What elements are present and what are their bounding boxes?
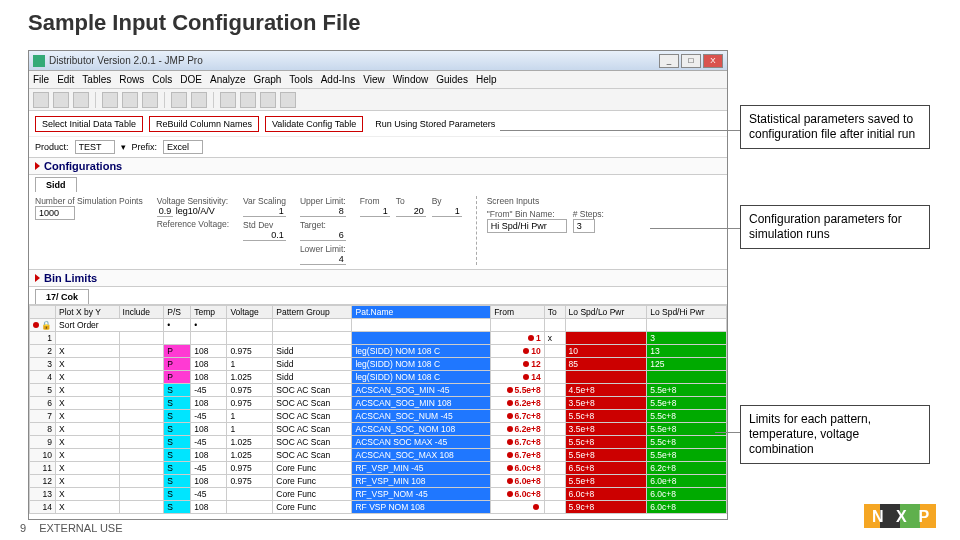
cell-pattern-name[interactable]: ACSCAN_SOC_MAX 108: [352, 449, 491, 462]
rebuild-columns-button[interactable]: ReBuild Column Names: [149, 116, 259, 132]
table-header[interactable]: Temp: [191, 306, 227, 319]
cell-temp[interactable]: 108: [191, 358, 227, 371]
menu-window[interactable]: Window: [393, 74, 429, 85]
cell-lo-spd-lo-pwr[interactable]: 3.5e+8: [565, 423, 647, 436]
lower-limit-value[interactable]: 4: [300, 254, 346, 265]
cell-temp[interactable]: 108: [191, 345, 227, 358]
cell-voltage[interactable]: 0.975: [227, 397, 273, 410]
cell-voltage[interactable]: 1.025: [227, 436, 273, 449]
cell-lo-spd-hi-pwr[interactable]: 5.5c+8: [647, 410, 727, 423]
cell-voltage[interactable]: [227, 488, 273, 501]
cell-plotxy[interactable]: X: [56, 345, 120, 358]
table-row[interactable]: 7 X S -45 1 SOC AC Scan ACSCAN_SOC_NUM -…: [30, 410, 727, 423]
cell-plotxy[interactable]: X: [56, 384, 120, 397]
cell-voltage[interactable]: 0.975: [227, 462, 273, 475]
menu-tools[interactable]: Tools: [289, 74, 312, 85]
by-value[interactable]: 1: [432, 206, 462, 217]
table-header[interactable]: Lo Spd/Hi Pwr: [647, 306, 727, 319]
toolbar-icon[interactable]: [102, 92, 118, 108]
cell-plotxy[interactable]: X: [56, 449, 120, 462]
cell-voltage[interactable]: 1: [227, 423, 273, 436]
toolbar-icon[interactable]: [240, 92, 256, 108]
toolbar-icon[interactable]: [122, 92, 138, 108]
cell-pattern-group[interactable]: Core Func: [273, 488, 352, 501]
toolbar-icon[interactable]: [33, 92, 49, 108]
cell-from[interactable]: 6.7c+8: [491, 410, 545, 423]
cell-pattern-group[interactable]: Core Func: [273, 501, 352, 514]
menu-edit[interactable]: Edit: [57, 74, 74, 85]
cell-temp[interactable]: [191, 332, 227, 345]
cell-lo-spd-lo-pwr[interactable]: 85: [565, 358, 647, 371]
configurations-header[interactable]: Configurations: [29, 157, 727, 175]
cell-lo-spd-hi-pwr[interactable]: 5.5c+8: [647, 436, 727, 449]
cell-lo-spd-lo-pwr[interactable]: 6.0c+8: [565, 488, 647, 501]
table-header[interactable]: Pattern Group: [273, 306, 352, 319]
cell-to[interactable]: [544, 410, 565, 423]
cell-pattern-group[interactable]: [273, 332, 352, 345]
validate-config-button[interactable]: Validate Config Table: [265, 116, 363, 132]
table-row[interactable]: 8 X S 108 1 SOC AC Scan ACSCAN_SOC_NOM 1…: [30, 423, 727, 436]
cell-ps[interactable]: S: [164, 488, 191, 501]
cell-include[interactable]: [119, 462, 164, 475]
cell-ps[interactable]: P: [164, 345, 191, 358]
cell-lo-spd-lo-pwr[interactable]: [565, 332, 647, 345]
cell-ps[interactable]: S: [164, 384, 191, 397]
sort-cell[interactable]: •: [164, 319, 191, 332]
cell-voltage[interactable]: 1: [227, 410, 273, 423]
cell-pattern-group[interactable]: Sidd: [273, 371, 352, 384]
cell-from[interactable]: 6.2e+8: [491, 397, 545, 410]
menu-analyze[interactable]: Analyze: [210, 74, 246, 85]
to-value[interactable]: 20: [396, 206, 426, 217]
cell-ps[interactable]: S: [164, 449, 191, 462]
cell-to[interactable]: [544, 436, 565, 449]
var-scaling-value[interactable]: 1: [243, 206, 286, 217]
cell-lo-spd-hi-pwr[interactable]: 6.2c+8: [647, 462, 727, 475]
collapse-icon[interactable]: [35, 162, 40, 170]
cell-ps[interactable]: S: [164, 462, 191, 475]
cell-pattern-name[interactable]: ACSCAN_SOG_MIN 108: [352, 397, 491, 410]
cell-temp[interactable]: 108: [191, 501, 227, 514]
cell-from[interactable]: 6.2e+8: [491, 423, 545, 436]
table-row[interactable]: 10 X S 108 1.025 SOC AC Scan ACSCAN_SOC_…: [30, 449, 727, 462]
menu-guides[interactable]: Guides: [436, 74, 468, 85]
cell-include[interactable]: [119, 384, 164, 397]
cell-lo-spd-hi-pwr[interactable]: 6.0c+8: [647, 501, 727, 514]
cell-pattern-group[interactable]: SOC AC Scan: [273, 384, 352, 397]
cell-include[interactable]: [119, 501, 164, 514]
menu-graph[interactable]: Graph: [254, 74, 282, 85]
cell-voltage[interactable]: 1.025: [227, 449, 273, 462]
cell-to[interactable]: [544, 423, 565, 436]
menu-view[interactable]: View: [363, 74, 385, 85]
toolbar-icon[interactable]: [280, 92, 296, 108]
cell-plotxy[interactable]: X: [56, 462, 120, 475]
target-value[interactable]: 6: [300, 230, 346, 241]
cell-temp[interactable]: 108: [191, 449, 227, 462]
cell-temp[interactable]: -45: [191, 462, 227, 475]
close-button[interactable]: X: [703, 54, 723, 68]
upper-limit-value[interactable]: 8: [300, 206, 346, 217]
table-header[interactable]: [30, 306, 56, 319]
cell-pattern-name[interactable]: ACSCAN_SOG_MIN -45: [352, 384, 491, 397]
stddev-value[interactable]: 0.1: [243, 230, 286, 241]
cell-to[interactable]: [544, 475, 565, 488]
from-bin-input[interactable]: [487, 219, 567, 233]
cell-plotxy[interactable]: X: [56, 501, 120, 514]
table-header[interactable]: To: [544, 306, 565, 319]
cell-to[interactable]: [544, 371, 565, 384]
cell-lo-spd-lo-pwr[interactable]: 5.9c+8: [565, 501, 647, 514]
table-row[interactable]: 4 X P 108 1.025 Sidd leg(SIDD) NOM 108 C…: [30, 371, 727, 384]
cell-lo-spd-lo-pwr[interactable]: 10: [565, 345, 647, 358]
cell-ps[interactable]: P: [164, 358, 191, 371]
cell-include[interactable]: [119, 436, 164, 449]
tab-sidd[interactable]: Sidd: [35, 177, 77, 192]
cell-from[interactable]: 14: [491, 371, 545, 384]
cell-pattern-group[interactable]: SOC AC Scan: [273, 410, 352, 423]
cell-plotxy[interactable]: [56, 332, 120, 345]
cell-pattern-group[interactable]: SOC AC Scan: [273, 449, 352, 462]
cell-voltage[interactable]: [227, 501, 273, 514]
cell-include[interactable]: [119, 475, 164, 488]
cell-voltage[interactable]: 0.975: [227, 384, 273, 397]
cell-plotxy[interactable]: X: [56, 423, 120, 436]
cell-to[interactable]: x: [544, 332, 565, 345]
cell-temp[interactable]: 108: [191, 397, 227, 410]
